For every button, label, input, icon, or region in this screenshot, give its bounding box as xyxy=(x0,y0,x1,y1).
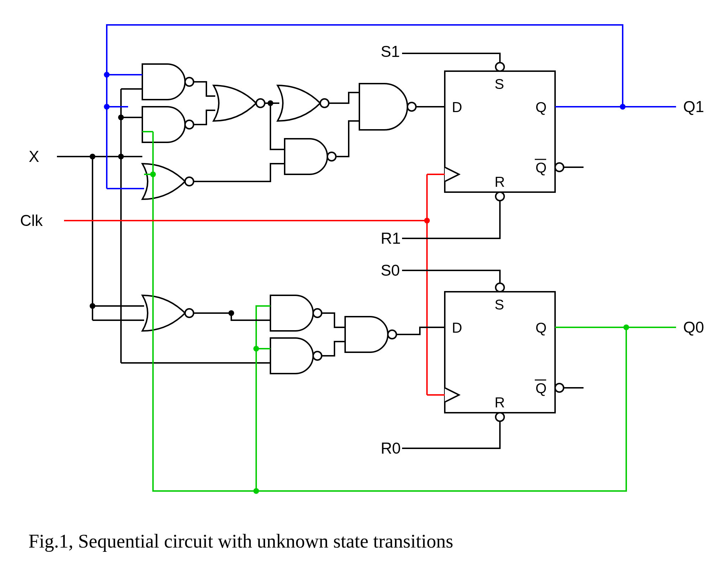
gate-nor-h xyxy=(142,295,194,331)
svg-point-26 xyxy=(90,303,95,309)
svg-point-38 xyxy=(253,488,259,494)
gate-nand-i xyxy=(270,295,322,331)
svg-point-39 xyxy=(253,346,259,352)
svg-point-12 xyxy=(555,384,564,392)
gate-nand-k xyxy=(345,317,396,352)
svg-point-5 xyxy=(496,192,504,201)
svg-point-4 xyxy=(496,63,504,71)
gate-nor-c xyxy=(142,164,194,199)
diagram-container: S D Q Q R S D Q Q R xyxy=(0,0,728,565)
ff1-pin-s: S xyxy=(495,76,504,92)
label-r0: R0 xyxy=(381,439,401,457)
svg-text:Q: Q xyxy=(536,380,547,396)
flipflop-ff1: S D Q Q R xyxy=(445,63,564,201)
ff1-pin-d: D xyxy=(452,99,462,115)
ff0-pin-s: S xyxy=(495,297,504,312)
label-clk: Clk xyxy=(20,212,43,229)
gate-nand-f xyxy=(359,84,416,130)
wire-r0 xyxy=(402,421,500,448)
gate-nand-a xyxy=(142,64,194,100)
svg-point-11 xyxy=(496,413,504,421)
svg-point-31 xyxy=(104,104,110,110)
ff1-pin-qbar: Q xyxy=(535,159,547,175)
label-q0: Q0 xyxy=(683,318,704,336)
svg-point-46 xyxy=(424,218,430,223)
ff0-pin-r: R xyxy=(495,395,505,410)
label-q1: Q1 xyxy=(683,98,704,115)
gate-nand-e xyxy=(285,139,336,174)
svg-point-6 xyxy=(555,163,564,171)
wire-s0 xyxy=(402,270,500,283)
svg-point-25 xyxy=(118,115,124,120)
svg-point-23 xyxy=(118,154,124,159)
ff1-pin-r: R xyxy=(495,174,505,190)
ff1-pin-q: Q xyxy=(536,99,547,115)
wire-s1 xyxy=(402,53,500,63)
svg-point-24 xyxy=(90,154,95,159)
ff0-pin-qbar: Q xyxy=(535,380,547,396)
label-x: X xyxy=(29,148,39,165)
figure-caption: Fig.1, Sequential circuit with unknown s… xyxy=(28,530,453,552)
wire-r1 xyxy=(402,201,500,238)
svg-text:Q: Q xyxy=(536,160,547,175)
label-r1: R1 xyxy=(381,229,401,247)
gate-nand-j xyxy=(270,338,322,374)
gate-nor-g xyxy=(278,85,329,121)
ff0-pin-d: D xyxy=(452,320,462,336)
ff0-pin-q: Q xyxy=(536,320,547,336)
svg-point-50 xyxy=(228,310,234,316)
svg-point-30 xyxy=(104,72,110,78)
gate-nor-d xyxy=(213,85,265,121)
svg-point-10 xyxy=(496,283,504,292)
flipflop-ff0: S D Q Q R xyxy=(445,283,564,421)
label-s0: S0 xyxy=(381,262,400,279)
circuit-svg: S D Q Q R S D Q Q R xyxy=(0,0,728,565)
gate-nand-b xyxy=(142,107,194,142)
svg-point-37 xyxy=(150,171,156,177)
label-s1: S1 xyxy=(381,43,400,60)
